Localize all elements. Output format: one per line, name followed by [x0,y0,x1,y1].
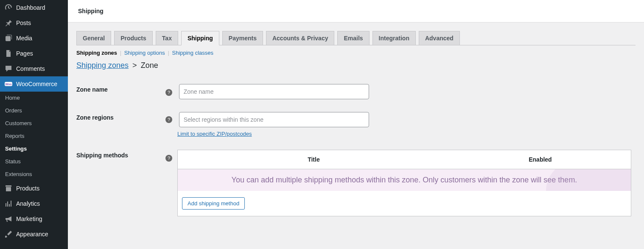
help-icon[interactable] [165,116,172,123]
tab-products[interactable]: Products [114,31,153,45]
page-header: Shipping [68,0,644,22]
breadcrumb-link-shipping-zones[interactable]: Shipping zones [76,61,129,70]
sidebar-subitem-customers[interactable]: Customers [0,117,68,130]
sidebar-item-label: Posts [16,20,31,26]
zone-regions-placeholder: Select regions within this zone [184,116,364,123]
sidebar-subitem-settings[interactable]: Settings [0,143,68,155]
sidebar-subitem-home[interactable]: Home [0,92,68,104]
zone-regions-select[interactable]: Select regions within this zone [179,112,369,127]
pin-icon [4,19,13,27]
tab-shipping[interactable]: Shipping [181,31,219,45]
sidebar-item-dashboard[interactable]: Dashboard [0,0,68,15]
shipping-methods-label: Shipping methods [76,143,161,223]
sidebar-item-comments[interactable]: Comments [0,61,68,76]
admin-sidebar: Dashboard Posts Media Pages Comments Woo… [0,0,68,249]
sidebar-item-label: Media [16,35,32,42]
woocommerce-icon: Woo [4,80,13,88]
brush-icon [4,230,13,238]
tab-accounts-privacy[interactable]: Accounts & Privacy [266,31,335,45]
settings-tabs: General Products Tax Shipping Payments A… [76,31,636,45]
sidebar-item-label: Products [16,185,39,192]
chart-icon [4,199,13,208]
comment-icon [4,64,13,73]
sidebar-item-appearance[interactable]: Appearance [0,227,68,242]
zone-name-label: Zone name [76,78,161,106]
zone-regions-label: Zone regions [76,106,161,143]
sidebar-subitem-status[interactable]: Status [0,155,68,168]
sidebar-item-label: Comments [16,65,45,72]
sidebar-item-label: Pages [16,50,33,57]
zone-name-input[interactable] [179,84,369,99]
subtab-shipping-classes[interactable]: Shipping classes [172,50,213,56]
sidebar-subitem-extensions[interactable]: Extensions [0,168,68,181]
breadcrumb: Shipping zones > Zone [76,61,636,70]
add-shipping-method-button[interactable]: Add shipping method [182,197,245,210]
sidebar-subitem-reports[interactable]: Reports [0,130,68,143]
main-content: Shipping General Products Tax Shipping P… [68,0,644,249]
tab-payments[interactable]: Payments [222,31,263,45]
tab-tax[interactable]: Tax [156,31,178,45]
tab-general[interactable]: General [76,31,111,45]
sidebar-item-woocommerce[interactable]: Woo WooCommerce [0,76,68,92]
sidebar-item-label: Analytics [16,200,40,207]
shipping-methods-table: Title Enabled You can add multiple shipp… [177,150,631,216]
limit-zip-link[interactable]: Limit to specific ZIP/postcodes [177,131,252,137]
tab-advanced[interactable]: Advanced [419,31,460,45]
sidebar-item-media[interactable]: Media [0,31,68,46]
dashboard-icon [4,3,13,12]
sidebar-item-label: WooCommerce [16,81,57,87]
shipping-methods-empty-message: You can add multiple shipping methods wi… [178,169,631,191]
sidebar-item-pages[interactable]: Pages [0,46,68,61]
svg-text:Woo: Woo [5,83,11,86]
subtab-shipping-options[interactable]: Shipping options [124,50,165,56]
col-title: Title [178,150,450,169]
page-icon [4,49,13,58]
subtab-shipping-zones[interactable]: Shipping zones [76,50,117,56]
page-header-title: Shipping [78,8,104,14]
sidebar-item-marketing[interactable]: Marketing [0,211,68,227]
sidebar-item-label: Marketing [16,215,42,222]
media-icon [4,34,13,42]
sidebar-item-label: Appearance [16,231,48,238]
sidebar-item-label: Dashboard [16,4,45,11]
breadcrumb-current: Zone [141,61,158,70]
help-icon[interactable] [165,89,172,96]
help-icon[interactable] [165,155,172,162]
sidebar-item-products[interactable]: Products [0,181,68,196]
tab-integration[interactable]: Integration [372,31,416,45]
sidebar-item-analytics[interactable]: Analytics [0,196,68,211]
archive-icon [4,184,13,193]
sidebar-subitem-orders[interactable]: Orders [0,104,68,117]
tab-emails[interactable]: Emails [337,31,369,45]
megaphone-icon [4,215,13,223]
col-enabled: Enabled [450,150,631,169]
sidebar-item-posts[interactable]: Posts [0,15,68,31]
sub-tabs: Shipping zones | Shipping options | Ship… [76,50,636,56]
